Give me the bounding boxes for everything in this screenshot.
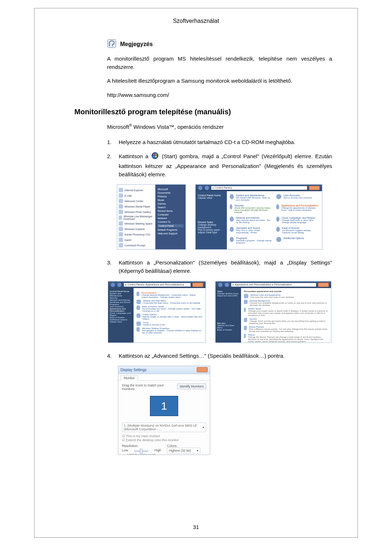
screenshot-display-settings: Display Settings Monitor Identify Monito… [118,366,210,455]
sm-right-item[interactable]: Network [158,217,183,219]
side-item[interactable]: Network and Internet [110,299,132,301]
cp-category[interactable]: User Accounts [283,194,312,197]
group-sub[interactable]: Add gadgets to Sidebar · Choose whether … [142,329,203,334]
cp-category[interactable]: Additional Options [283,237,304,239]
side-item[interactable]: System and Maintenance [110,292,132,297]
sm-right-item[interactable]: Games [158,202,183,205]
sm-right-item[interactable]: Default Programs [158,229,183,231]
sm-right-item[interactable]: Computer [158,213,183,216]
cp-appearance-category[interactable]: Appearance and Personalization [281,204,319,207]
close-icon[interactable] [192,283,203,287]
cp-sublink[interactable]: Change keyboards or other input · Change… [282,219,319,223]
sm-right-item[interactable]: Microsoft [158,188,183,190]
back-icon[interactable] [198,185,203,190]
cp-sidebar-item[interactable]: Classic View [198,197,225,199]
extend-desktop-checkbox[interactable]: ☑ Extend the desktop onto this monitor [122,438,206,442]
main-monitor-checkbox[interactable]: ☑ This is my main monitor [122,434,206,438]
address-bar[interactable]: ▸ Appearance and Personalization ▸ Perso… [231,283,317,287]
back-icon[interactable] [110,282,115,287]
see-also-link[interactable]: Ease of Access [217,329,240,331]
pers-icon [244,334,246,338]
cp-category[interactable]: System and Maintenance [236,194,273,197]
sm-right-item[interactable]: Search [158,206,183,209]
pers-desc: Change your screen saver or adjust when … [248,310,328,316]
side-item[interactable]: Classic View [110,321,132,323]
cp-category[interactable]: Hardware and Sound [236,227,273,229]
category-icon [230,204,232,209]
resolution-slider[interactable] [134,451,149,452]
sm-right-item[interactable]: Recent Items [158,210,183,212]
see-also-link[interactable]: Taskbar and Start Menu [217,324,240,329]
cp-sublink[interactable]: Check this computer's security status · … [234,207,273,213]
sm-item[interactable]: Windows Meeting Space [124,222,152,225]
side-item[interactable]: Appearance and Personalization [110,308,132,312]
pers-desc: Change the theme. Themes can change a wi… [248,336,328,342]
cp-sublink[interactable]: View network status and tasks · Set up f… [236,219,273,223]
sm-item[interactable]: Adobe Photoshop CS2 [124,233,150,236]
cp-recent-item[interactable]: Adjust ClearType [198,231,225,234]
task-link[interactable]: Change desktop icons [217,292,240,295]
cp-recent-item[interactable]: Change desktop background [198,223,225,229]
side-item[interactable]: Clock, Language, and Region [110,312,132,316]
sm-item[interactable]: Windows Media Player [124,205,150,208]
address-bar[interactable]: ▸ Control Panel ▸ [211,186,307,190]
sm-right-item[interactable]: Documents [158,192,183,194]
group-sub[interactable]: Specify single- or double-click to open … [143,316,203,320]
cp-category[interactable]: Network and Internet [236,217,273,219]
screenshot-appearance-panel: ▸ Control Panel ▸ Appearance and Persona… [108,281,206,343]
drag-instruction: Drag the icons to match your monitors. [122,383,164,391]
group-sub[interactable]: Install or remove a font [143,324,165,326]
cp-category[interactable]: Security [234,204,273,207]
sm-item[interactable]: E-mail [124,194,132,197]
svg-rect-2 [153,153,155,155]
sm-item[interactable]: Windows Live Messenger Download [123,215,154,220]
sm-item[interactable]: Windows Photo Gallery [124,211,151,213]
forward-icon[interactable] [204,185,209,190]
cp-sublink[interactable]: Let Windows suggest settings · Optimize … [282,229,319,234]
note-paragraph-2: A hitelesített illesztőprogram a Samsung… [107,77,332,85]
close-icon[interactable] [318,283,329,287]
side-item[interactable]: Control Panel Home [110,290,132,292]
sm-right-item[interactable]: Music [158,199,183,201]
monitor-preview[interactable]: 1 [150,396,178,416]
sm-item[interactable]: Command Prompt [124,244,145,247]
cp-sublink[interactable]: Change the appearance of desktop · Fonts… [281,207,319,211]
group-sub[interactable]: Customize the Start menu · Customize ico… [143,302,200,304]
sm-item[interactable]: Welcome Center [124,200,143,202]
sm-control-panel[interactable]: Control Panel [158,224,183,227]
cp-category[interactable]: Ease of Access [282,227,319,229]
group-sub[interactable]: Accommodate low vision · Change screen r… [142,308,203,312]
monitor-select[interactable]: 1. (Multiple Monitors) on NVIDIA GeForce… [122,423,206,432]
colors-label: Colors: [167,444,206,448]
group-sub[interactable]: Change desktop background · Customize co… [142,294,203,298]
sm-item[interactable]: Internet Explorer [124,189,143,192]
step-text-3: Kattintson a „Personalization" (Személye… [119,258,332,275]
task-link[interactable]: Adjust font size (DPI) [217,295,240,297]
cp-category[interactable]: Clock, Language, and Region [282,217,319,219]
cp-recent-item[interactable]: Pick a screen saver [198,229,225,231]
close-icon[interactable] [197,367,208,372]
os-line: Microsoft® Windows Vista™, operációs ren… [107,123,332,130]
cp-sublink[interactable]: Play CDs or other media automatically · … [236,229,273,234]
sm-right-item[interactable]: Pictures [158,195,183,198]
forward-icon[interactable] [224,282,229,287]
address-bar[interactable]: ▸ Control Panel ▸ Appearance and Persona… [123,283,191,287]
cp-sidebar-item[interactable]: Control Panel Home [198,194,225,197]
sm-right-item[interactable]: Connect To [158,221,183,223]
cp-category[interactable]: Programs [236,237,273,239]
page-header: Szoftverhasználat [60,18,332,24]
identify-monitors-button[interactable]: Identify Monitors [177,383,206,389]
back-icon[interactable] [218,282,223,287]
sm-item[interactable]: Windows Explorer [124,228,145,230]
tab-monitor[interactable]: Monitor [121,375,138,381]
category-icon [276,204,279,209]
colors-select[interactable]: Highest (32 bit) ▾ [167,448,200,454]
cp-sublink[interactable]: Add or remove user accounts [283,197,312,199]
forward-icon[interactable] [117,282,122,287]
cp-sublink[interactable]: Get started with Windows · Back up your … [236,197,273,201]
close-icon[interactable] [309,186,320,190]
sm-item[interactable]: loader [124,239,131,241]
sm-right-item[interactable]: Help and Support [158,232,183,235]
side-item[interactable]: Hardware and Sound [110,301,132,303]
cp-sublink[interactable]: Uninstall a program · Change startup pro… [236,239,273,244]
